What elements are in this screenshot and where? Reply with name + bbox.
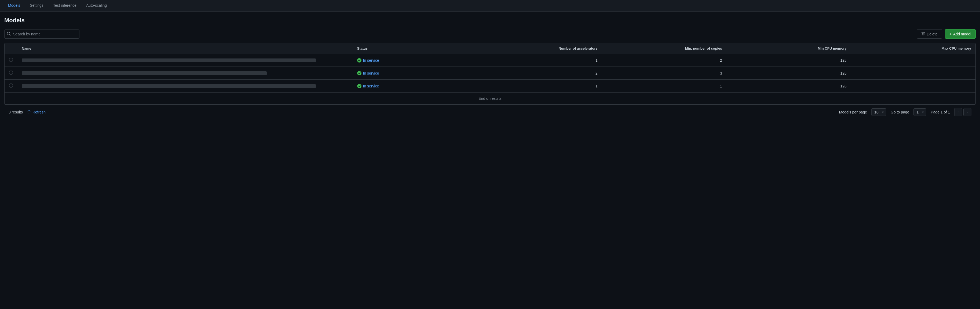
row-accelerators-cell: 1 bbox=[477, 54, 602, 67]
nav-buttons: ‹ › bbox=[954, 108, 971, 116]
results-info: 3 results Refresh bbox=[9, 110, 46, 114]
col-header-status: Status bbox=[353, 43, 477, 54]
go-to-page-label: Go to page bbox=[891, 110, 909, 114]
models-table: Name Status Number of accelerators Min. … bbox=[5, 43, 975, 92]
row-radio-cell bbox=[5, 80, 18, 92]
models-table-container: Name Status Number of accelerators Min. … bbox=[4, 43, 976, 105]
main-content: Models Delete + A bbox=[0, 11, 980, 125]
row-min-copies-cell: 1 bbox=[602, 80, 726, 92]
row-min-copies-cell: 3 bbox=[602, 67, 726, 80]
per-page-select-wrapper: 102550 ▼ bbox=[871, 108, 886, 116]
status-link[interactable]: In service bbox=[363, 71, 379, 75]
row-max-cpu-mem-cell bbox=[851, 67, 975, 80]
delete-button[interactable]: Delete bbox=[917, 29, 942, 39]
plus-icon: + bbox=[950, 32, 951, 36]
row-status-cell: In service bbox=[353, 80, 477, 92]
tab-auto-scaling[interactable]: Auto-scaling bbox=[81, 0, 111, 11]
row-radio-button[interactable] bbox=[9, 71, 13, 75]
toolbar: Delete + Add model bbox=[4, 29, 976, 39]
table-row: In service11128 bbox=[5, 80, 975, 92]
row-accelerators-cell: 1 bbox=[477, 80, 602, 92]
row-name-bar bbox=[22, 59, 316, 62]
col-header-name: Name bbox=[18, 43, 353, 54]
status-check-icon bbox=[357, 84, 361, 88]
delete-label: Delete bbox=[927, 32, 937, 36]
col-header-min-copies: Min. number of copies bbox=[602, 43, 726, 54]
go-to-page-select-wrapper: 1 ▼ bbox=[913, 108, 926, 116]
refresh-icon bbox=[27, 110, 31, 114]
row-name-bar bbox=[22, 71, 267, 75]
row-max-cpu-mem-cell bbox=[851, 54, 975, 67]
status-check-icon bbox=[357, 58, 361, 62]
pagination-controls: Models per page 102550 ▼ Go to page 1 ▼ … bbox=[839, 108, 971, 116]
per-page-select[interactable]: 102550 bbox=[871, 108, 886, 116]
search-container bbox=[4, 30, 80, 39]
refresh-label: Refresh bbox=[32, 110, 46, 114]
row-radio-cell bbox=[5, 67, 18, 80]
row-radio-button[interactable] bbox=[9, 58, 13, 62]
row-min-copies-cell: 2 bbox=[602, 54, 726, 67]
tab-models[interactable]: Models bbox=[3, 0, 25, 11]
col-header-min-cpu-mem: Min CPU memory bbox=[726, 43, 851, 54]
go-to-page-select[interactable]: 1 bbox=[913, 108, 926, 116]
row-min-cpu-mem-cell: 128 bbox=[726, 54, 851, 67]
row-name-bar bbox=[22, 84, 316, 88]
row-radio-button[interactable] bbox=[9, 83, 13, 88]
tab-settings[interactable]: Settings bbox=[25, 0, 48, 11]
row-min-cpu-mem-cell: 128 bbox=[726, 80, 851, 92]
status-link[interactable]: In service bbox=[363, 58, 379, 62]
search-icon bbox=[7, 32, 11, 36]
col-header-checkbox bbox=[5, 43, 18, 54]
row-name-cell bbox=[18, 54, 353, 67]
prev-page-button[interactable]: ‹ bbox=[954, 108, 962, 116]
add-model-button[interactable]: + Add model bbox=[945, 29, 976, 39]
row-accelerators-cell: 2 bbox=[477, 67, 602, 80]
refresh-button[interactable]: Refresh bbox=[27, 110, 46, 114]
tab-test-inference[interactable]: Test inference bbox=[48, 0, 81, 11]
table-row: In service23128 bbox=[5, 67, 975, 80]
next-page-button[interactable]: › bbox=[963, 108, 971, 116]
status-link[interactable]: In service bbox=[363, 84, 379, 88]
end-of-results: End of results bbox=[5, 92, 975, 105]
row-max-cpu-mem-cell bbox=[851, 80, 975, 92]
action-buttons: Delete + Add model bbox=[917, 29, 976, 39]
trash-icon bbox=[921, 32, 925, 36]
status-check-icon bbox=[357, 71, 361, 75]
row-min-cpu-mem-cell: 128 bbox=[726, 67, 851, 80]
row-name-cell bbox=[18, 67, 353, 80]
col-header-max-cpu-mem: Max CPU memory bbox=[851, 43, 975, 54]
row-status-cell: In service bbox=[353, 54, 477, 67]
table-header-row: Name Status Number of accelerators Min. … bbox=[5, 43, 975, 54]
add-model-label: Add model bbox=[953, 32, 971, 36]
per-page-label: Models per page bbox=[839, 110, 867, 114]
search-input[interactable] bbox=[4, 30, 80, 39]
row-name-cell bbox=[18, 80, 353, 92]
col-header-accelerators: Number of accelerators bbox=[477, 43, 602, 54]
row-radio-cell bbox=[5, 54, 18, 67]
table-footer: 3 results Refresh Models per page 102550… bbox=[4, 105, 976, 119]
results-count: 3 results bbox=[9, 110, 23, 114]
page-title: Models bbox=[4, 17, 976, 24]
row-status-cell: In service bbox=[353, 67, 477, 80]
table-row: In service12128 bbox=[5, 54, 975, 67]
tab-bar: Models Settings Test inference Auto-scal… bbox=[0, 0, 980, 11]
page-info: Page 1 of 1 bbox=[931, 110, 950, 114]
